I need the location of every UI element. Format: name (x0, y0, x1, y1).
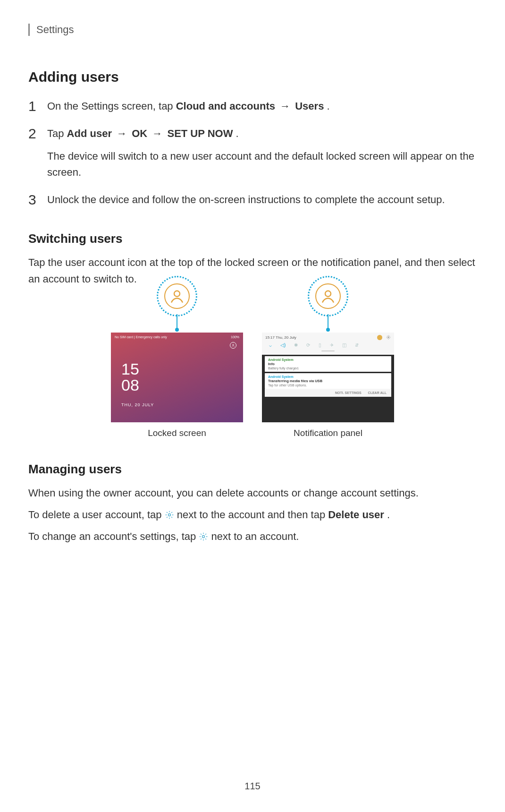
user-avatar-small-icon (377, 335, 382, 340)
heading-switching-users: Switching users (28, 231, 477, 246)
arrow-icon: → (117, 128, 130, 139)
step-number: 1 (28, 98, 47, 114)
notif-source: Android System (268, 358, 388, 361)
notif-time-date: 15:17 Thu, 20 July (265, 335, 296, 340)
step-2: 2 Tap Add user → OK → SET UP NOW . The d… (28, 126, 477, 180)
sound-icon: ◁) (280, 342, 286, 348)
flashlight-icon: ▯ (319, 342, 321, 348)
quick-toggle-row: ⌵ ◁) ✱ ⟳ ▯ ✈ ◫ ⇵ (265, 340, 391, 350)
text: . (236, 128, 239, 139)
step-number: 2 (28, 126, 47, 180)
caption-locked: Locked screen (148, 428, 206, 438)
bold-text: SET UP NOW (167, 128, 233, 139)
user-icon-callout (308, 276, 348, 316)
lock-date: THU, 20 JULY (121, 402, 154, 407)
user-avatar-icon (315, 283, 341, 309)
rotate-icon: ⟳ (306, 342, 310, 348)
power-icon: ◫ (342, 342, 346, 348)
bold-text: OK (132, 128, 147, 139)
figure-notification-panel: 15:17 Thu, 20 July ⌵ ◁) (262, 304, 394, 438)
step-body: Tap Add user → OK → SET UP NOW . The dev… (47, 126, 477, 180)
arrow-icon: → (152, 128, 165, 139)
heading-managing-users: Managing users (28, 462, 477, 477)
clear-all-button: CLEAR ALL (368, 391, 387, 394)
step-1: 1 On the Settings screen, tap Cloud and … (28, 98, 477, 114)
drag-handle-icon (321, 350, 335, 351)
step-body: On the Settings screen, tap Cloud and ac… (47, 98, 477, 114)
svg-point-3 (388, 337, 389, 338)
managing-paragraph-2: To delete a user account, tap next to th… (28, 507, 477, 523)
text: Tap (47, 128, 67, 139)
managing-paragraph-3: To change an account's settings, tap nex… (28, 529, 477, 545)
bold-text: Cloud and accounts (176, 100, 275, 112)
bold-text: Add user (67, 128, 112, 139)
step-body: Unlock the device and follow the on-scre… (47, 192, 477, 208)
header-bar: Settings (28, 24, 477, 36)
svg-point-5 (202, 535, 205, 538)
text: . (387, 509, 390, 521)
notif-title: Transferring media files via USB (268, 379, 388, 383)
clock-minute: 08 (121, 377, 139, 393)
user-icon-callout (157, 276, 197, 316)
text: next to the account and then tap (177, 509, 328, 521)
notification-card: Android System Info Battery fully charge… (265, 356, 391, 372)
gear-icon (165, 510, 174, 520)
status-right: 100% (231, 335, 239, 339)
svg-point-1 (233, 344, 234, 345)
notif-subtitle: Tap for other USB options. (268, 384, 388, 387)
bluetooth-icon: ✱ (294, 342, 298, 348)
notification-card: Android System Transferring media files … (265, 373, 391, 389)
text: next to an account. (211, 530, 299, 542)
airplane-icon: ✈ (330, 342, 334, 348)
managing-paragraph-1: When using the owner account, you can de… (28, 485, 477, 501)
text: To delete a user account, tap (28, 509, 165, 521)
figure-locked-screen: No SIM card | Emergency calls only 100% … (111, 304, 243, 438)
caption-notif: Notification panel (294, 428, 362, 438)
status-left: No SIM card | Emergency calls only (115, 335, 167, 339)
step-extra-text: The device will switch to a new user acc… (47, 148, 477, 180)
gear-icon (386, 335, 391, 340)
step-3: 3 Unlock the device and follow the on-sc… (28, 192, 477, 208)
notif-source: Android System (268, 375, 388, 378)
page-number: 115 (244, 781, 260, 792)
user-avatar-icon (164, 283, 190, 309)
switching-paragraph: Tap the user account icon at the top of … (28, 255, 477, 287)
clock: 15 08 (121, 361, 139, 393)
sync-icon: ⇵ (355, 342, 359, 348)
svg-point-4 (168, 513, 170, 516)
heading-adding-users: Adding users (28, 69, 477, 85)
locked-screen-mock: No SIM card | Emergency calls only 100% … (111, 333, 243, 422)
arrow-icon: → (280, 100, 293, 112)
wifi-icon: ⌵ (269, 342, 272, 348)
bold-text: Delete user (328, 509, 384, 521)
step-number: 3 (28, 192, 47, 208)
page: Settings Adding users 1 On the Settings … (0, 0, 505, 808)
notif-actions: NOTI. SETTINGS CLEAR ALL (265, 389, 391, 397)
text: . (327, 100, 330, 112)
user-avatar-small-icon (230, 342, 236, 349)
figures-row: No SIM card | Emergency calls only 100% … (28, 304, 477, 438)
notification-panel-mock: 15:17 Thu, 20 July ⌵ ◁) (262, 333, 394, 422)
header-title: Settings (36, 24, 74, 35)
text: On the Settings screen, tap (47, 100, 176, 112)
notif-subtitle: Battery fully charged. (268, 367, 388, 370)
gear-icon (199, 532, 208, 541)
svg-point-0 (174, 291, 180, 296)
noti-settings-button: NOTI. SETTINGS (335, 391, 362, 394)
svg-point-2 (325, 291, 331, 296)
notif-title: Info (268, 362, 388, 366)
text: To change an account's settings, tap (28, 530, 199, 542)
bold-text: Users (295, 100, 324, 112)
clock-hour: 15 (121, 361, 139, 377)
